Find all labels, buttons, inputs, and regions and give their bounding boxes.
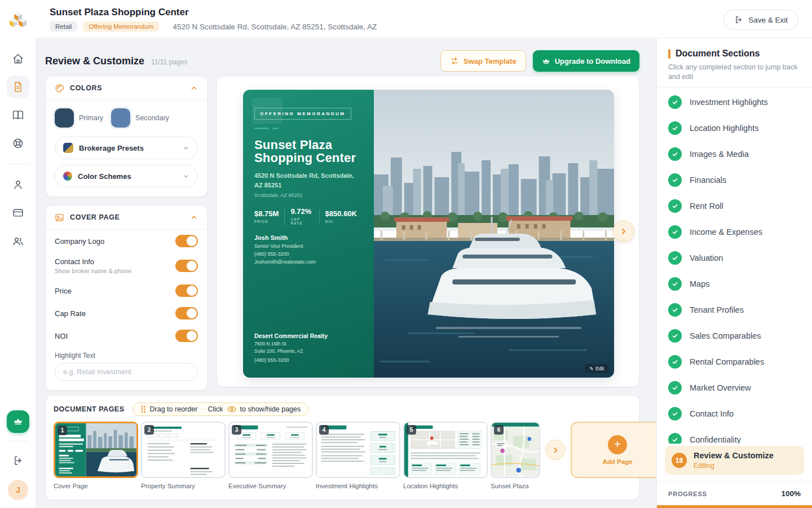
pages-scroll-next-button[interactable]	[545, 440, 566, 460]
crown-icon	[13, 417, 23, 427]
avatar-initial: J	[16, 485, 20, 494]
cubes-logo-icon	[8, 9, 28, 29]
progress-footer: PROGRESS 100%	[657, 481, 812, 508]
cover-page-section-header[interactable]: COVER PAGE	[46, 205, 207, 229]
users-icon	[12, 235, 24, 247]
memorandum-badge: Offering Memorandum	[83, 21, 159, 32]
book-open-icon	[12, 110, 24, 121]
swap-template-button[interactable]: Swap Template	[440, 50, 526, 72]
company-address2: Suite 100, Phoenix, AZ	[254, 348, 328, 354]
exit-icon	[734, 15, 743, 24]
property-address: 4520 N Scottsdale Rd, Scottsdale, AZ 852…	[173, 23, 377, 31]
stat-noi-value: $850.60K	[325, 209, 357, 218]
section-item-rental-comparables[interactable]: Rental Comparables	[668, 349, 801, 375]
highlight-text-label: Highlight Text	[46, 347, 207, 363]
nav-profile[interactable]	[7, 173, 29, 196]
nav-home[interactable]	[7, 47, 29, 70]
page-thumb-label: Executive Summary	[228, 483, 313, 489]
drag-handle-icon	[140, 405, 146, 413]
cap-rate-toggle[interactable]	[175, 307, 198, 319]
current-section-item[interactable]: 18 Review & Customize Editing	[665, 446, 804, 475]
page-thumb-location-highlights: 5	[403, 422, 488, 489]
top-header: Sunset Plaza Shopping Center Retail Offe…	[36, 0, 812, 38]
page-thumbnail[interactable]: 2	[141, 422, 226, 478]
chevron-down-icon	[182, 173, 189, 180]
logout-icon	[12, 455, 24, 466]
section-item-rent-roll[interactable]: Rent Roll	[668, 193, 801, 219]
contact-info-toggle[interactable]	[175, 260, 198, 272]
page-thumbnail[interactable]: 5	[403, 422, 488, 478]
upgrade-crown-button[interactable]	[7, 410, 29, 433]
chevron-up-icon	[190, 84, 198, 92]
decor-dashes	[254, 128, 363, 129]
nav-help[interactable]	[7, 132, 29, 155]
cover-page-card: COVER PAGE Company Logo Contact Info Sho…	[45, 205, 208, 391]
secondary-color-swatch[interactable]	[111, 108, 130, 128]
save-exit-label: Save & Exit	[748, 16, 788, 24]
section-item-sales-comparables[interactable]: Sales Comparables	[668, 323, 801, 349]
add-page-button[interactable]: + Add Page	[571, 422, 664, 478]
accent-bar	[668, 49, 670, 59]
stat-caprate-value: 9.72%	[290, 207, 313, 216]
cover-page-preview[interactable]: OFFERING MEMORANDUM Sunset Plaza Shoppin…	[243, 90, 614, 378]
price-toggle[interactable]	[175, 284, 198, 297]
page-thumbnail[interactable]: 4	[316, 422, 400, 478]
section-item-maps[interactable]: Maps	[668, 271, 801, 297]
noi-toggle[interactable]	[175, 330, 198, 342]
palette-icon	[55, 84, 64, 93]
section-item-valuation[interactable]: Valuation	[668, 245, 801, 271]
check-icon	[668, 95, 682, 109]
user-avatar[interactable]: J	[8, 480, 28, 500]
primary-color-swatch[interactable]	[55, 108, 74, 128]
cover-page-title: COVER PAGE	[70, 213, 120, 221]
logout-button[interactable]	[7, 449, 29, 472]
section-item-images-media[interactable]: Images & Media	[668, 141, 801, 167]
broker-name: Josh Smith	[254, 234, 363, 241]
page-number-badge: 2	[144, 425, 154, 435]
section-item-market-overview[interactable]: Market Overview	[668, 375, 801, 401]
check-icon	[668, 381, 682, 395]
edit-label: Edit	[595, 366, 604, 371]
page-thumbnail[interactable]: 6	[491, 422, 540, 478]
toggle-row-noi: NOI	[46, 325, 207, 347]
page-thumb-investment-highlights: 4	[316, 422, 400, 489]
app-logo[interactable]	[0, 0, 36, 38]
section-item-contact-info[interactable]: Contact Info	[668, 401, 801, 427]
cover-mini	[55, 423, 136, 478]
save-exit-button[interactable]: Save & Exit	[723, 10, 798, 30]
document-sections-sidebar: Document Sections Click any completed se…	[656, 38, 812, 508]
nav-billing[interactable]	[7, 202, 29, 224]
separator-dot: ·	[165, 23, 167, 31]
section-item-tenant-profiles[interactable]: Tenant Profiles	[668, 297, 801, 323]
check-icon	[668, 329, 682, 343]
page-thumbnail[interactable]: 3	[228, 422, 313, 478]
section-item-investment-highlights[interactable]: Investment Highlights	[668, 89, 801, 115]
section-item-financials[interactable]: Financials	[668, 167, 801, 193]
edit-cover-button[interactable]: ✎ Edit	[585, 364, 608, 373]
brokerage-presets-dropdown[interactable]: Brokerage Presets	[55, 137, 198, 159]
company-address1: 7600 N 16th St	[254, 341, 328, 347]
page-number-badge: 3	[232, 425, 241, 435]
check-icon	[668, 355, 682, 369]
colors-section-header[interactable]: COLORS	[46, 76, 207, 100]
check-icon	[668, 433, 682, 444]
document-pages-panel: DOCUMENT PAGES Drag to reorder · Click t…	[45, 395, 639, 500]
color-schemes-dropdown[interactable]: Color Schemes	[55, 165, 198, 187]
section-item-confidentiality[interactable]: Confidentiality	[668, 427, 801, 444]
check-icon	[668, 225, 682, 239]
page-thumbnail[interactable]: 1	[54, 422, 138, 478]
page-number-badge: 4	[319, 425, 329, 435]
upgrade-download-button[interactable]: Upgrade to Download	[533, 50, 639, 72]
chevron-right-icon	[619, 227, 628, 236]
nav-team[interactable]	[7, 230, 29, 252]
section-item-location-highlights[interactable]: Location Highlights	[668, 115, 801, 141]
nav-library[interactable]	[7, 104, 29, 126]
nav-documents[interactable]	[7, 76, 29, 98]
company-logo-toggle[interactable]	[175, 235, 198, 247]
highlight-text-input[interactable]	[55, 363, 198, 381]
preview-next-page-button[interactable]	[613, 221, 634, 242]
current-section-status: Editing	[694, 462, 774, 470]
company-logo-placeholder	[252, 98, 283, 124]
cover-photo: ✎ Edit	[374, 90, 614, 378]
section-item-income-expenses[interactable]: Income & Expenses	[668, 219, 801, 245]
